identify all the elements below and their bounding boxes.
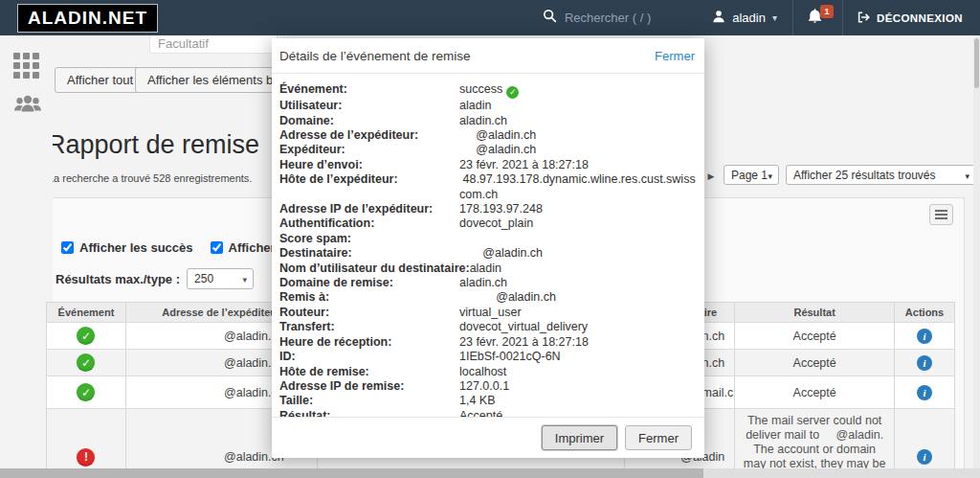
field-label: Adresse de l’expéditeur: (279, 128, 459, 143)
info-icon[interactable]: i (917, 385, 932, 400)
success-icon: ✓ (77, 327, 95, 345)
field-label: Domaine: (279, 114, 459, 128)
global-search[interactable]: Rechercher ( / ) (543, 9, 651, 27)
field-value: localhost (459, 365, 697, 379)
results-per-page-select[interactable]: Afficher 25 résultats trouvés ▾ (786, 165, 976, 185)
field-value: @aladin.ch (459, 143, 697, 157)
field-label: Authentification: (279, 216, 459, 231)
modal-field-row: Utilisateur: aladin (279, 99, 697, 113)
modal-field-row: Authentification: dovecot_plain (279, 216, 697, 231)
list-icon (935, 214, 947, 216)
modal-field-row: Heure de réception: 23 févr. 2021 à 18:2… (279, 335, 697, 350)
modal-field-row: Résultat: Accepté (279, 409, 697, 417)
field-value: aladin.ch (459, 114, 697, 128)
results-select-value: Afficher 25 résultats trouvés (793, 169, 936, 182)
field-value: aladin.ch (459, 276, 697, 290)
column-header-event: Événement (47, 303, 126, 322)
info-icon[interactable]: i (917, 449, 932, 465)
max-results-select[interactable]: 250 ▾ (187, 268, 254, 289)
success-icon: ✓ (77, 383, 95, 401)
users-group-icon[interactable] (12, 92, 41, 121)
modal-field-row: Adresse IP de l’expéditeur: 178.193.97.2… (279, 202, 697, 216)
field-value: 48.97.193.178.dynamic.wline.res.cust.swi… (459, 172, 697, 202)
search-placeholder: Rechercher ( / ) (565, 11, 651, 25)
left-sidebar (0, 35, 53, 478)
page-title: Rapport de remise (47, 130, 259, 160)
modal-field-row: Remis à: @aladin.ch (279, 290, 697, 305)
horizontal-scrollbar[interactable] (0, 468, 980, 478)
modal-field-row: Hôte de remise: localhost (279, 365, 697, 379)
modal-field-row: Destinataire: @aladin.ch (279, 246, 697, 261)
modal-field-list: Événement: success✓ Utilisateur: aladin … (272, 74, 704, 417)
next-page-button[interactable]: ▶ (704, 167, 718, 185)
print-button[interactable]: Imprimer (542, 425, 617, 450)
field-label: Heure d’envoi: (279, 158, 459, 172)
modal-field-row: Heure d’envoi: 23 févr. 2021 à 18:27:18 (279, 158, 697, 172)
field-value: aladin (459, 99, 697, 113)
success-check-icon: ✓ (506, 86, 519, 99)
field-value: 1,4 KB (459, 394, 697, 408)
field-label: Remis à: (279, 290, 459, 305)
max-results-label: Résultats max./type : (56, 272, 180, 286)
modal-field-row: Événement: success✓ (279, 82, 697, 99)
show-success-checkbox[interactable] (61, 241, 74, 254)
modal-field-row: Adresse de l’expéditeur: @aladin.ch (279, 128, 697, 143)
show-all-button[interactable]: Afficher tout (55, 67, 145, 93)
info-icon[interactable]: i (917, 355, 932, 371)
brand-logo[interactable]: ALADIN.NET (17, 4, 158, 33)
max-results-row: Résultats max./type : 250 ▾ (56, 268, 254, 289)
field-value: @aladin.ch (459, 290, 697, 305)
field-value (459, 232, 697, 246)
modal-title: Détails de l’événement de remise (279, 49, 471, 63)
apps-grid-icon[interactable] (13, 53, 39, 79)
notifications-button[interactable]: 1 (793, 0, 842, 35)
modal-field-row: Nom d’utilisateur du destinataire: aladi… (279, 262, 697, 276)
column-header-result: Résultat (735, 303, 895, 322)
field-label: Destinataire: (279, 246, 459, 261)
modal-field-row: Expéditeur: @aladin.ch (279, 143, 697, 157)
result-cell: Accepté (735, 323, 895, 349)
show-success-label: Afficher les succès (79, 240, 193, 255)
field-label: Heure de réception: (279, 335, 459, 350)
field-value: Accepté (459, 409, 697, 417)
field-value: dovecot_virtual_delivery (459, 320, 697, 334)
field-label: Adresse IP de remise: (279, 379, 459, 394)
chevron-down-icon: ▾ (768, 171, 772, 181)
field-value: dovecot_plain (459, 216, 697, 231)
modal-field-row: Score spam: (279, 232, 697, 246)
field-value: virtual_user (459, 306, 697, 320)
list-view-button[interactable] (929, 204, 953, 225)
page-select-value: Page 1 (731, 169, 768, 182)
modal-close-link[interactable]: Fermer (655, 49, 695, 63)
top-navbar: ALADIN.NET Rechercher ( / ) aladin ▾ 1 D… (0, 0, 980, 35)
modal-field-row: Hôte de l’expéditeur: 48.97.193.178.dyna… (279, 172, 697, 202)
field-value: success✓ (459, 82, 697, 99)
page-select[interactable]: Page 1 ▾ (724, 165, 779, 185)
show-deferred-checkbox[interactable] (211, 241, 223, 254)
modal-field-row: ID: 1IEbSf-0021cQ-6N (279, 350, 697, 364)
modal-close-button[interactable]: Fermer (625, 425, 692, 450)
field-label: Hôte de l’expéditeur: (279, 172, 459, 202)
result-cell: Accepté (735, 350, 895, 376)
facultatif-input[interactable]: Facultatif (149, 35, 278, 54)
horizontal-scrollbar-thumb[interactable] (0, 468, 703, 478)
result-cell: Accepté (735, 376, 895, 408)
chevron-down-icon: ▾ (965, 171, 969, 181)
info-icon[interactable]: i (917, 329, 932, 344)
field-value: @aladin.ch (459, 128, 697, 143)
field-value: 178.193.97.248 (459, 202, 697, 216)
field-label: ID: (279, 350, 459, 364)
modal-field-row: Adresse IP de remise: 127.0.0.1 (279, 379, 697, 394)
logout-button[interactable]: DÉCONNEXION (843, 0, 980, 35)
delivery-event-details-modal: Détails de l’événement de remise Fermer … (272, 38, 704, 458)
user-menu[interactable]: aladin ▾ (697, 0, 792, 35)
field-label: Adresse IP de l’expéditeur: (279, 202, 459, 216)
field-label: Nom d’utilisateur du destinataire: (279, 262, 470, 276)
modal-field-row: Routeur: virtual_user (279, 306, 697, 320)
user-icon (712, 10, 725, 26)
field-label: Expéditeur: (279, 143, 459, 157)
search-icon (543, 9, 557, 27)
vertical-scrollbar-thumb[interactable] (974, 38, 979, 88)
notification-badge: 1 (820, 5, 834, 18)
vertical-scrollbar[interactable] (973, 35, 980, 468)
